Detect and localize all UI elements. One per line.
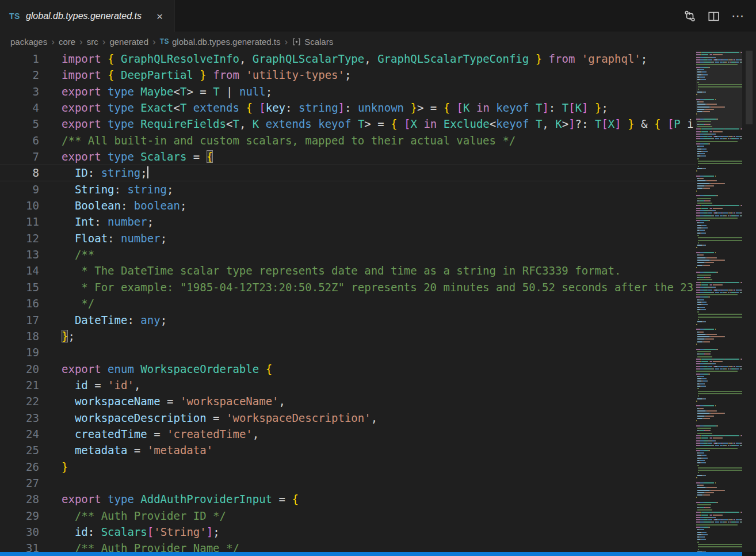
close-tab-icon[interactable]: × [154, 11, 165, 22]
code-line[interactable]: 17 DateTime: any; [0, 312, 696, 328]
line-number[interactable]: 24 [0, 426, 39, 442]
code-line[interactable]: 10 Boolean: boolean; [0, 197, 696, 214]
code-line[interactable]: 11 Int: number; [0, 214, 696, 230]
more-actions-icon[interactable]: ⋯ [731, 9, 744, 24]
tab-global-db-types-generated[interactable]: TS global.db.types.generated.ts × [0, 0, 175, 32]
line-number[interactable]: 11 [0, 214, 39, 230]
code-line[interactable]: 18}; [0, 328, 696, 344]
minimap-line [696, 445, 742, 446]
code-line[interactable]: 21 id = 'id', [0, 377, 696, 393]
line-number[interactable]: 29 [0, 508, 39, 524]
minimap-line [696, 361, 742, 362]
line-number[interactable]: 4 [0, 100, 39, 116]
code-line[interactable]: 5export type RequireFields<T, K extends … [0, 116, 696, 132]
line-number[interactable]: 28 [0, 491, 39, 507]
code-line[interactable]: 13 /** [0, 246, 696, 262]
chevron-right-icon: › [152, 37, 156, 47]
line-number[interactable]: 5 [0, 116, 39, 132]
code-line[interactable]: 24 createdTime = 'createdTime', [0, 426, 696, 442]
split-editor-icon[interactable] [708, 10, 720, 22]
line-number[interactable]: 22 [0, 393, 39, 409]
scrollbar-thumb[interactable] [746, 51, 753, 124]
breadcrumb-src[interactable]: src [87, 37, 98, 47]
code-line[interactable]: 3export type Maybe<T> = T | null; [0, 83, 696, 100]
minimap-line [696, 326, 742, 327]
minimap-line [696, 240, 742, 241]
code-line[interactable]: 16 */ [0, 295, 696, 311]
code-line[interactable]: 29 /** Auth Provider ID */ [0, 508, 696, 524]
minimap-line [696, 218, 742, 219]
line-number[interactable]: 17 [0, 312, 39, 328]
code-line[interactable]: 22 workspaceName = 'workspaceName', [0, 393, 696, 409]
minimap-line [696, 338, 742, 340]
line-number[interactable]: 21 [0, 377, 39, 393]
open-changes-icon[interactable] [684, 10, 696, 22]
line-number[interactable]: 2 [0, 67, 39, 83]
minimap-line [696, 408, 742, 409]
code-line[interactable]: 19 [0, 344, 696, 360]
code-line[interactable]: 1import { GraphQLResolveInfo, GraphQLSca… [0, 51, 696, 67]
minimap-line [696, 433, 742, 434]
minimap-line [696, 257, 742, 258]
code-editor[interactable]: 1import { GraphQLResolveInfo, GraphQLSca… [0, 51, 696, 556]
code-line[interactable]: 7export type Scalars = { [0, 148, 696, 165]
line-number[interactable]: 1 [0, 51, 39, 67]
line-number[interactable]: 20 [0, 361, 39, 377]
code-line[interactable]: 6/** All built-in and custom scalars, ma… [0, 132, 696, 148]
line-number[interactable]: 19 [0, 344, 39, 360]
breadcrumb-core[interactable]: core [59, 37, 75, 47]
line-text: id: Scalars['String']; [39, 524, 220, 540]
line-number[interactable]: 3 [0, 83, 39, 100]
code-line[interactable]: 14 * The DateTime scalar type represents… [0, 262, 696, 279]
code-line[interactable]: 8 ID: string; [0, 165, 696, 181]
code-line[interactable]: 28export type AddAuthProviderInput = { [0, 491, 696, 507]
code-line[interactable]: 15 * For example: "1985-04-12T23:20:50.5… [0, 279, 696, 295]
code-line[interactable]: 20export enum WorkspaceOrderable { [0, 361, 696, 377]
line-number[interactable]: 25 [0, 442, 39, 458]
line-number[interactable]: 14 [0, 262, 39, 279]
breadcrumb-generated[interactable]: generated [109, 37, 148, 47]
line-number[interactable]: 15 [0, 279, 39, 295]
line-number[interactable]: 16 [0, 295, 39, 311]
line-number[interactable]: 6 [0, 132, 39, 148]
code-line[interactable]: 27 [0, 475, 696, 491]
code-line[interactable]: 26} [0, 459, 696, 475]
breadcrumb-file[interactable]: TS global.db.types.generated.ts [160, 37, 281, 47]
code-line[interactable]: 4export type Exact<T extends { [key: str… [0, 100, 696, 116]
line-number[interactable]: 27 [0, 475, 39, 491]
minimap-line [696, 405, 742, 406]
breadcrumb-packages[interactable]: packages [10, 37, 47, 47]
line-number[interactable]: 23 [0, 410, 39, 426]
code-line[interactable]: 12 Float: number; [0, 230, 696, 246]
code-line[interactable]: 23 workspaceDescription = 'workspaceDesc… [0, 410, 696, 426]
code-line[interactable]: 25 metadata = 'metadata' [0, 442, 696, 458]
line-number[interactable]: 13 [0, 246, 39, 262]
line-number[interactable]: 9 [0, 181, 39, 197]
minimap-line [696, 275, 742, 276]
vertical-scrollbar[interactable] [742, 51, 756, 556]
breadcrumb-symbol-scalars[interactable]: Scalars [292, 37, 333, 47]
code-line[interactable]: 9 String: string; [0, 181, 696, 197]
editor-group: 1import { GraphQLResolveInfo, GraphQLSca… [0, 51, 756, 556]
minimap-line [696, 359, 742, 360]
minimap-line [696, 472, 742, 473]
code-line[interactable]: 30 id: Scalars['String']; [0, 524, 696, 540]
minimap-line [696, 86, 742, 87]
editor-actions: ⋯ [684, 0, 756, 32]
minimap-line [696, 158, 742, 159]
minimap[interactable] [696, 51, 742, 556]
minimap-line [696, 180, 742, 181]
line-number[interactable]: 12 [0, 230, 39, 246]
line-number[interactable]: 8 [0, 165, 39, 181]
minimap-line [696, 332, 742, 333]
minimap-line [696, 416, 742, 417]
line-number[interactable]: 18 [0, 328, 39, 344]
line-number[interactable]: 26 [0, 459, 39, 475]
line-number[interactable]: 7 [0, 148, 39, 165]
line-number[interactable]: 30 [0, 524, 39, 540]
minimap-line [696, 296, 742, 298]
minimap-line [696, 166, 742, 167]
minimap-line [696, 455, 742, 456]
code-line[interactable]: 2import { DeepPartial } from 'utility-ty… [0, 67, 696, 83]
line-number[interactable]: 10 [0, 197, 39, 214]
